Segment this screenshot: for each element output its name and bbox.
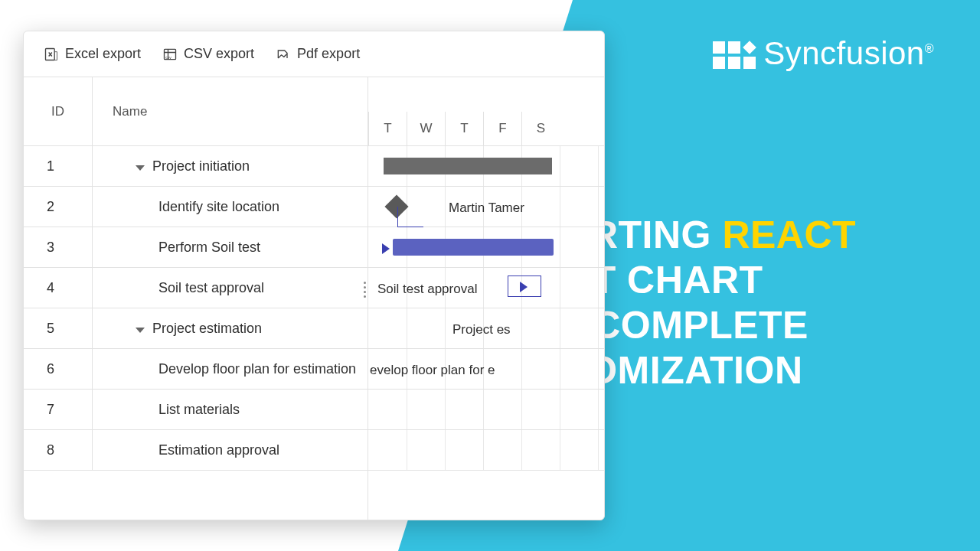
grid-wrap: ID Name 1Project initiation2Identify sit… bbox=[24, 77, 604, 520]
chart-row-3[interactable] bbox=[368, 227, 604, 268]
csv-icon: csv bbox=[162, 47, 178, 62]
excel-icon bbox=[44, 47, 59, 62]
logo-mark bbox=[713, 41, 756, 69]
bar-label: Soil test approval bbox=[377, 282, 477, 297]
csv-export-button[interactable]: csv CSV export bbox=[162, 46, 254, 62]
cell-id: 3 bbox=[24, 227, 93, 267]
pdf-export-button[interactable]: Pdf export bbox=[276, 46, 360, 62]
cell-name: Perform Soil test bbox=[93, 227, 368, 267]
cell-name: Estimation approval bbox=[93, 430, 368, 470]
cell-id: 5 bbox=[24, 308, 93, 348]
table-row[interactable]: 2Identify site location bbox=[24, 187, 368, 227]
cell-id: 7 bbox=[24, 390, 93, 429]
gantt-panel: Excel export csv CSV export Pdf export I… bbox=[23, 31, 605, 520]
csv-export-label: CSV export bbox=[184, 46, 254, 62]
table-row[interactable]: 7List materials bbox=[24, 390, 368, 430]
dependency-arrow-icon bbox=[520, 282, 528, 292]
row-name-text: Project estimation bbox=[152, 321, 262, 336]
row-name-text: Estimation approval bbox=[158, 442, 279, 458]
milestone-marker[interactable] bbox=[384, 194, 408, 218]
cell-id: 8 bbox=[24, 430, 93, 470]
cell-id: 6 bbox=[24, 349, 93, 389]
row-name-text: Perform Soil test bbox=[158, 240, 260, 255]
cell-name: Identify site location bbox=[93, 187, 368, 227]
bar-label: Project es bbox=[452, 322, 511, 337]
timeline-pane: TWTFS Martin Tamer bbox=[368, 77, 604, 520]
pdf-export-label: Pdf export bbox=[297, 46, 360, 62]
excel-export-button[interactable]: Excel export bbox=[44, 46, 141, 62]
chart-row-4[interactable]: Soil test approval bbox=[368, 268, 604, 308]
table-row[interactable]: 1Project initiation bbox=[24, 146, 368, 187]
day-header[interactable]: S bbox=[521, 112, 560, 145]
row-name-text: List materials bbox=[158, 402, 240, 417]
day-row: TWTFS bbox=[368, 112, 604, 145]
cell-name: Soil test approval bbox=[93, 268, 368, 308]
row-name-text: Soil test approval bbox=[158, 280, 264, 295]
table-row[interactable]: 6Develop floor plan for estimation bbox=[24, 349, 368, 390]
col-header-id[interactable]: ID bbox=[24, 77, 93, 145]
chart-row-5[interactable]: Project es bbox=[368, 308, 604, 349]
chart-row-7[interactable] bbox=[368, 390, 604, 430]
dependency-arrow-icon bbox=[382, 243, 390, 254]
day-header[interactable]: T bbox=[368, 112, 407, 145]
collapse-caret-icon[interactable] bbox=[136, 328, 145, 333]
cell-id: 1 bbox=[24, 146, 93, 186]
summary-bar[interactable] bbox=[384, 158, 552, 174]
tree-grid: ID Name 1Project initiation2Identify sit… bbox=[24, 77, 368, 520]
cell-name: Project initiation bbox=[93, 146, 368, 186]
table-row[interactable]: 3Perform Soil test bbox=[24, 227, 368, 268]
table-row[interactable]: 5Project estimation bbox=[24, 308, 368, 349]
chart-row-2[interactable]: Martin Tamer bbox=[368, 187, 604, 227]
table-row[interactable]: 8Estimation approval bbox=[24, 430, 368, 471]
col-header-name[interactable]: Name bbox=[93, 77, 368, 145]
headline-accent: REACT bbox=[722, 214, 856, 256]
row-name-text: Develop floor plan for estimation bbox=[158, 361, 356, 377]
svg-text:csv: csv bbox=[165, 54, 172, 59]
pdf-icon bbox=[276, 47, 291, 62]
chart-row-1[interactable] bbox=[368, 146, 604, 187]
cell-name: List materials bbox=[93, 390, 368, 429]
stage: Syncfusion® EXPORTING REACT GANTT CHART … bbox=[0, 0, 980, 551]
cell-name: Project estimation bbox=[93, 308, 368, 348]
day-header[interactable]: W bbox=[407, 112, 445, 145]
cell-id: 2 bbox=[24, 187, 93, 227]
table-row[interactable]: 4Soil test approval bbox=[24, 268, 368, 308]
day-header[interactable]: T bbox=[445, 112, 483, 145]
bar-label: evelop floor plan for e bbox=[370, 363, 495, 378]
excel-export-label: Excel export bbox=[65, 46, 141, 62]
toolbar: Excel export csv CSV export Pdf export bbox=[24, 31, 604, 77]
chart-body: Martin Tamer Soil test approval Project … bbox=[368, 146, 604, 471]
task-bar[interactable] bbox=[393, 239, 554, 256]
cell-name: Develop floor plan for estimation bbox=[93, 349, 368, 389]
timeline-header: TWTFS bbox=[368, 77, 604, 146]
row-name-text: Project initiation bbox=[152, 158, 250, 174]
collapse-caret-icon[interactable] bbox=[136, 165, 145, 171]
bar-label: Martin Tamer bbox=[449, 201, 524, 216]
tree-grid-header: ID Name bbox=[24, 77, 368, 146]
cell-id: 4 bbox=[24, 268, 93, 308]
day-header[interactable]: F bbox=[483, 112, 521, 145]
syncfusion-logo: Syncfusion® bbox=[713, 35, 934, 72]
splitter-handle-icon[interactable] bbox=[364, 282, 367, 298]
chart-row-8[interactable] bbox=[368, 430, 604, 471]
logo-text: Syncfusion® bbox=[763, 35, 934, 72]
row-name-text: Identify site location bbox=[158, 199, 279, 214]
chart-row-6[interactable]: evelop floor plan for e bbox=[368, 349, 604, 390]
